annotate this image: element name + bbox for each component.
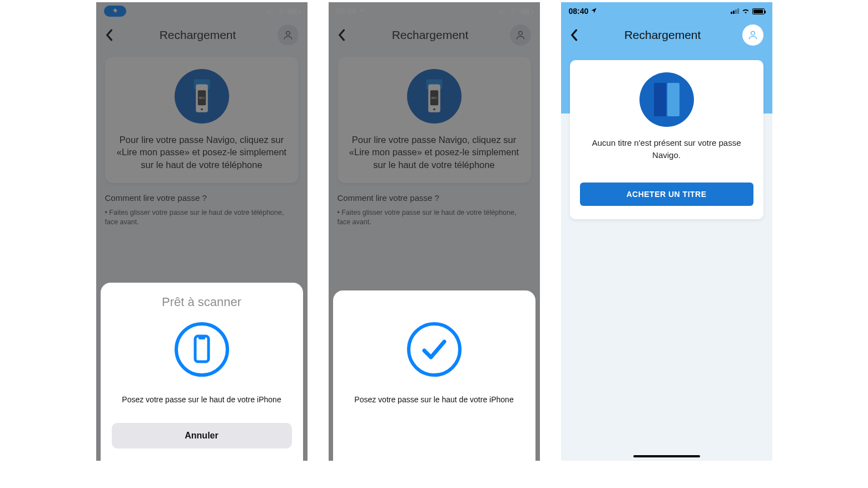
wifi-icon <box>741 7 750 16</box>
signal-icon <box>731 8 739 14</box>
profile-button[interactable] <box>742 24 763 46</box>
sheet-instruction: Posez votre passe sur le haut de votre i… <box>112 395 292 404</box>
sheet-instruction: Posez votre passe sur le haut de votre i… <box>344 395 524 404</box>
phone-outline-icon <box>112 322 292 379</box>
screen-3: 08:40 Rechargement <box>561 2 772 461</box>
result-card: Aucun titre n'est présent sur votre pass… <box>570 60 763 219</box>
status-time: 08:40 <box>569 7 589 16</box>
location-arrow-icon <box>591 7 597 16</box>
svg-point-15 <box>409 324 460 375</box>
battery-icon <box>752 8 765 14</box>
checkmark-icon <box>344 322 524 379</box>
navigo-pass-icon <box>639 72 694 127</box>
svg-point-16 <box>751 31 755 35</box>
screen-1: Rechargement NFC Pour lire votre passe N… <box>96 2 307 461</box>
home-indicator[interactable] <box>633 455 700 457</box>
nfc-scan-sheet: Prêt à scanner Posez votre passe sur le … <box>101 283 303 461</box>
svg-rect-7 <box>195 336 209 362</box>
app-header: Rechargement <box>561 20 772 50</box>
buy-ticket-button[interactable]: ACHETER UN TITRE <box>580 183 753 206</box>
svg-point-6 <box>176 324 227 375</box>
back-button[interactable] <box>570 28 583 42</box>
nfc-scan-sheet: Posez votre passe sur le haut de votre i… <box>333 290 535 461</box>
screen-2: 08:39 Rechargement <box>329 2 540 461</box>
sheet-title: Prêt à scanner <box>112 295 292 309</box>
result-text: Aucun titre n'est présent sur votre pass… <box>580 137 753 161</box>
cancel-button[interactable]: Annuler <box>112 423 292 448</box>
svg-rect-8 <box>199 337 205 339</box>
status-bar: 08:40 <box>561 2 772 20</box>
page-title: Rechargement <box>583 28 742 42</box>
